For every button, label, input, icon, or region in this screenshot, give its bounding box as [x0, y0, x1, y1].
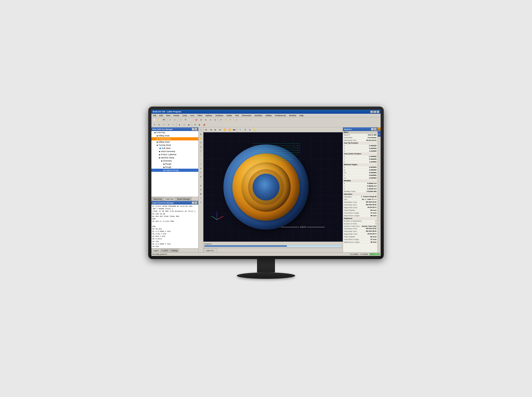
menu-arcs[interactable]: Arcs	[190, 114, 195, 117]
tb-redo[interactable]: ↪	[173, 118, 177, 122]
menu-modules[interactable]: Modules	[254, 114, 263, 117]
tb-open[interactable]: 📁	[157, 118, 161, 122]
menu-edit[interactable]: Edit	[159, 114, 164, 117]
menu-preferences[interactable]: Preferences	[274, 114, 287, 117]
gcode-panel-close-btn[interactable]: ×	[195, 201, 197, 204]
tb-wire[interactable]: ◇	[182, 123, 186, 127]
tab-layers[interactable]: Layers	[152, 249, 160, 252]
gcode-panel-pin-btn[interactable]: _	[192, 201, 194, 204]
gcode-content[interactable]: O1 [FILE LATHE PROGRAM.NC SL25-MC FRU. J…	[151, 205, 198, 248]
side-btn-offset[interactable]: ⊏	[199, 175, 203, 179]
menu-splines[interactable]: Splines	[205, 114, 213, 117]
menu-file[interactable]: File	[152, 114, 157, 117]
rsb-3[interactable]	[378, 134, 381, 137]
tb-zoom-in[interactable]: ⊕	[204, 118, 208, 122]
vp-tb-material[interactable]: ◈	[247, 128, 252, 132]
tree-item-milling-stock[interactable]: ▶ Milling Stock	[151, 140, 198, 143]
tree-item-rough-1[interactable]: ▶ Rough	[151, 162, 198, 166]
tb-copy[interactable]: ⧉	[183, 118, 188, 122]
tb-select[interactable]: ↖	[228, 118, 233, 122]
vp-tb-next[interactable]: ⏭	[218, 128, 223, 132]
tb-undo[interactable]: ↩	[168, 118, 172, 122]
tab-data-entry[interactable]: Data Entry	[152, 197, 163, 201]
side-btn-solid[interactable]: ■	[199, 192, 203, 196]
tree-item-cam-part[interactable]: ▶ CAM Part	[151, 131, 198, 134]
side-btn-orbit[interactable]: ◎	[199, 145, 203, 149]
side-btn-extrude[interactable]: ▲	[199, 183, 203, 187]
tb-view-right[interactable]: R	[167, 123, 171, 127]
maximize-button[interactable]: □	[373, 111, 376, 113]
tree-item-machine-setup[interactable]: ▶ Machine Setup	[151, 156, 198, 159]
tb-new[interactable]: 📄	[152, 118, 157, 122]
stats-pin-btn[interactable]: _	[371, 128, 374, 130]
side-btn-shell[interactable]: □	[199, 196, 203, 200]
tb-cut[interactable]: ✂	[179, 118, 183, 122]
menu-points[interactable]: Points	[173, 114, 180, 117]
menu-dimension[interactable]: Dimension	[241, 114, 252, 117]
tb-view-front[interactable]: F	[152, 123, 157, 127]
tb-hidden[interactable]: ◆	[187, 123, 191, 127]
vp-tb-rewind[interactable]: ⏮	[204, 128, 208, 132]
vp-tb-tools[interactable]: 🔧	[238, 128, 243, 132]
rsb-1[interactable]	[378, 127, 381, 130]
tb-rotate[interactable]: ↻	[219, 118, 223, 122]
tb-view-iso[interactable]: I	[171, 123, 176, 127]
tree-item-milling-tools[interactable]: ▶ Milling Tools	[151, 134, 198, 137]
side-btn-snap[interactable]: +	[199, 162, 203, 166]
vp-tb-light[interactable]: 💡	[252, 128, 257, 132]
side-btn-arc[interactable]: ◜	[199, 153, 203, 157]
tab-bobart[interactable]: BobArt Manager	[176, 197, 192, 201]
tb-view-back[interactable]: B	[157, 123, 161, 127]
tb-cam[interactable]: ⚙	[193, 123, 197, 127]
tree-item-turning-tools[interactable]: ▶ Turning Tools	[151, 137, 198, 140]
side-btn-rotate[interactable]: ↻	[199, 141, 203, 145]
menu-other[interactable]: Other	[197, 114, 203, 117]
menu-help[interactable]: Help	[299, 114, 304, 117]
tb-line[interactable]: ╱	[234, 118, 239, 122]
rsb-2[interactable]	[378, 130, 381, 134]
vp-tb-fast-fwd[interactable]: ⏩	[227, 128, 232, 132]
side-btn-zoom[interactable]: ⊕	[199, 132, 203, 136]
tb-simulate[interactable]: ▶	[197, 123, 202, 127]
tree-item-rough-2[interactable]: ▶ Rough	[151, 166, 198, 169]
panel-close-btn[interactable]: ×	[195, 128, 197, 130]
vp-tb-fast-back[interactable]: ⏪	[223, 128, 227, 132]
side-btn-measure[interactable]: ⇔	[199, 166, 203, 170]
tree-item-fanuc[interactable]: ▶ FANUC LathePat	[151, 153, 198, 156]
menu-text[interactable]: Text	[234, 114, 240, 117]
side-btn-fillet[interactable]: ⌒	[199, 179, 203, 183]
minimize-button[interactable]: —	[370, 111, 373, 113]
tb-paste[interactable]: 📋	[188, 118, 192, 122]
menu-view[interactable]: View	[165, 114, 171, 117]
tb-zoom-all[interactable]: ⊡	[213, 118, 217, 122]
tb-snap[interactable]: 🎯	[194, 118, 198, 122]
vp-tab-lathe[interactable]: Lathe Pro...	[204, 248, 217, 252]
tree-item-stock-geometry[interactable]: ▶ Stock Geometry	[151, 150, 198, 153]
vp-tb-settings[interactable]: ⚙	[243, 128, 247, 132]
stats-close-btn[interactable]: ×	[374, 128, 377, 130]
vp-tb-play[interactable]: ▶	[213, 128, 218, 132]
tree-item-soft-steel[interactable]: 🔷 Soft Steel	[151, 147, 198, 150]
tb-post[interactable]: 📤	[202, 123, 207, 127]
side-btn-lathe[interactable]: ⊙	[199, 187, 203, 192]
tb-pan[interactable]: ✋	[224, 118, 228, 122]
menu-surfaces[interactable]: Surfaces	[215, 114, 224, 117]
side-btn-point[interactable]: ·	[199, 158, 203, 162]
tb-grid[interactable]: ⊞	[199, 118, 203, 122]
menu-window[interactable]: Window	[288, 114, 297, 117]
side-btn-pan[interactable]: ✋	[199, 136, 203, 140]
tab-posting[interactable]: Posting	[170, 249, 179, 252]
tb-zoom-out[interactable]: ⊖	[208, 118, 213, 122]
viewport-canvas[interactable]: X Y Z 1.61 in	[204, 132, 343, 242]
tb-save[interactable]: 💾	[162, 118, 166, 122]
tb-circle[interactable]: ○	[244, 118, 248, 122]
side-btn-line[interactable]: ╱	[199, 149, 203, 153]
side-btn-thread[interactable]: ≡	[199, 200, 203, 204]
side-btn-select[interactable]: ↖	[199, 128, 203, 132]
side-btn-trim[interactable]: ✂	[199, 170, 203, 174]
tree-item-turning-stock[interactable]: ▶ Turning Stock	[151, 143, 198, 147]
tree-item-geometry[interactable]: ▶ Geometry	[151, 159, 198, 162]
tab-ucs[interactable]: L-UCS	[161, 249, 169, 252]
menu-utilities[interactable]: Utilities	[265, 114, 272, 117]
tree-item-feature-rough[interactable]: ▶ Feature Rough	[151, 169, 198, 172]
